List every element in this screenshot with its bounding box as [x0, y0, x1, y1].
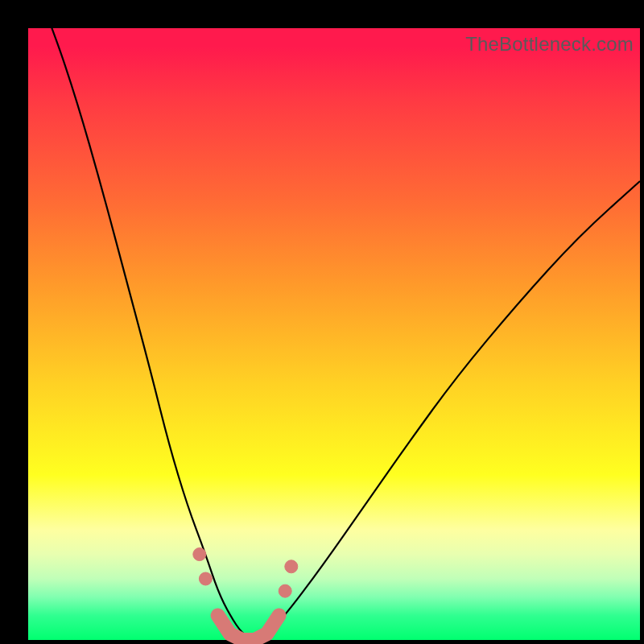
highlight-marker-dot — [279, 584, 291, 597]
highlight-marker-dot — [199, 572, 212, 585]
highlight-valley-segment — [218, 616, 279, 640]
bottleneck-curve — [28, 0, 640, 638]
highlight-marker-dot — [285, 560, 298, 573]
highlight-marker-dot — [193, 548, 206, 561]
plot-area: TheBottleneck.com — [28, 28, 640, 640]
chart-frame: TheBottleneck.com — [0, 0, 644, 644]
chart-svg — [28, 28, 640, 640]
